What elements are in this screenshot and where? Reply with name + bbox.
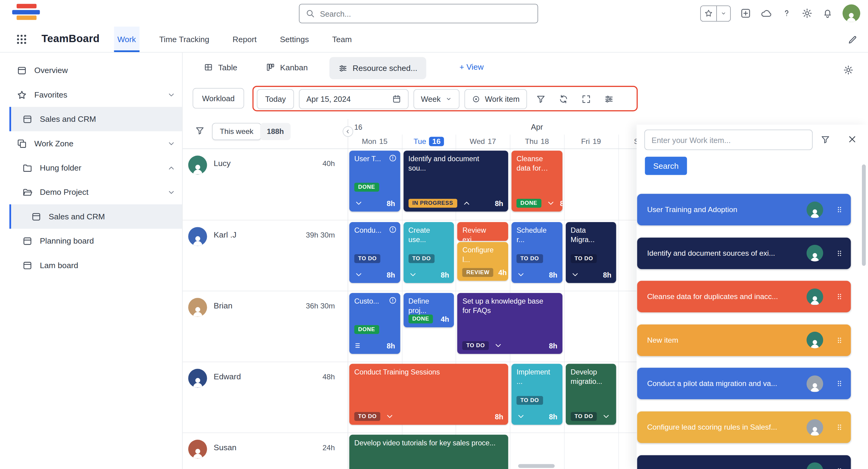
panel-work-item[interactable]: Cleanse data for duplicates and inacc... bbox=[637, 281, 851, 312]
day-name: Mon bbox=[362, 137, 376, 145]
tab-team[interactable]: Team bbox=[329, 27, 355, 52]
work-card[interactable]: Conduct Training SessionsTO DO8h bbox=[349, 364, 508, 425]
work-card[interactable]: Set up a knowledge base for FAQsTO DO8h bbox=[457, 293, 562, 354]
chevron-down-icon[interactable] bbox=[167, 91, 175, 99]
view-tab-kanban[interactable]: Kanban bbox=[266, 63, 308, 72]
avatar bbox=[188, 440, 207, 459]
tab-report[interactable]: Report bbox=[229, 27, 260, 52]
cloud-icon[interactable] bbox=[761, 8, 772, 19]
drag-handle-icon[interactable] bbox=[835, 205, 843, 213]
apps-add-icon[interactable] bbox=[740, 8, 751, 19]
topbar-actions bbox=[700, 4, 860, 22]
user-avatar[interactable] bbox=[842, 4, 860, 22]
tab-work[interactable]: Work bbox=[114, 27, 139, 52]
sidebar-item-overview[interactable]: Overview bbox=[9, 58, 182, 82]
favorite-control[interactable] bbox=[700, 5, 731, 21]
panel-work-item[interactable]: Configure lead scoring rules in Salesf..… bbox=[637, 411, 851, 443]
view-tab-resource-sched[interactable]: Resource sched... bbox=[330, 57, 427, 79]
resource-hours: 48h bbox=[285, 373, 335, 381]
drag-handle-icon[interactable] bbox=[835, 423, 843, 431]
drag-handle-icon[interactable] bbox=[835, 249, 843, 257]
panel-work-item[interactable] bbox=[637, 455, 851, 469]
work-card[interactable]: Review exi... bbox=[457, 222, 508, 241]
chevron-up-icon[interactable] bbox=[167, 164, 175, 172]
drag-handle-icon[interactable] bbox=[835, 467, 843, 469]
chevron-down-icon[interactable] bbox=[354, 270, 363, 279]
work-card[interactable]: Schedule r...TO DO8h bbox=[512, 222, 562, 283]
chevron-down-icon[interactable] bbox=[385, 412, 394, 421]
sidebar-item-hung-folder[interactable]: Hung folder bbox=[9, 156, 182, 180]
chevron-up-icon[interactable] bbox=[462, 199, 471, 208]
drag-handle-icon[interactable] bbox=[835, 380, 843, 388]
card-title: Data Migra... bbox=[570, 226, 612, 245]
global-search-input[interactable] bbox=[320, 9, 531, 18]
chevron-down-icon[interactable] bbox=[354, 199, 363, 208]
sidebar-item-sales-and-crm[interactable]: Sales and CRM bbox=[9, 107, 182, 131]
chevron-down-icon[interactable] bbox=[517, 270, 525, 279]
card-title: Identify and document sou... bbox=[408, 154, 503, 173]
this-week-button[interactable]: This week bbox=[212, 123, 261, 140]
sidebar-item-demo-project[interactable]: Demo Project bbox=[9, 180, 182, 204]
card-footer: 8h bbox=[354, 270, 395, 279]
card-hours: 8h bbox=[549, 412, 557, 420]
edit-pencil-icon[interactable] bbox=[847, 34, 858, 45]
view-tab-table[interactable]: Table bbox=[204, 63, 238, 72]
person-icon bbox=[808, 207, 822, 218]
work-card[interactable]: Develop video tutorials for key sales pr… bbox=[349, 435, 508, 469]
sidebar-item-work-zone[interactable]: Work Zone bbox=[9, 131, 182, 155]
star-icon[interactable] bbox=[704, 9, 713, 18]
work-card[interactable]: Cleanse data for duplicate...DONE8h bbox=[512, 151, 562, 211]
avatar bbox=[807, 375, 823, 392]
drag-handle-icon[interactable] bbox=[835, 292, 843, 300]
avatar bbox=[807, 201, 823, 218]
chevron-down-icon[interactable] bbox=[494, 341, 502, 350]
panel-work-item[interactable]: Conduct a pilot data migration and va... bbox=[637, 368, 851, 399]
work-card[interactable]: Implement ...TO DO8h bbox=[512, 364, 562, 425]
chevron-down-icon[interactable] bbox=[570, 270, 579, 279]
collapse-panel-button[interactable] bbox=[343, 126, 353, 137]
tab-settings[interactable]: Settings bbox=[277, 27, 312, 52]
sidebar-item-planning-board[interactable]: Planning board bbox=[9, 229, 182, 253]
work-card[interactable]: Custo...DONE8h bbox=[349, 293, 400, 354]
help-icon[interactable] bbox=[781, 8, 792, 19]
work-card[interactable]: User T...DONE8h bbox=[349, 151, 400, 211]
settings-gear-icon[interactable] bbox=[802, 8, 813, 19]
chevron-left-icon bbox=[345, 128, 351, 135]
panel-work-item[interactable]: New item bbox=[637, 324, 851, 356]
menu-icon[interactable] bbox=[354, 341, 363, 350]
work-card[interactable]: Define proj...DONE4h bbox=[403, 293, 454, 327]
work-card[interactable]: Identify and document sou...IN PROGRESS8… bbox=[403, 151, 508, 211]
sidebar-item-label: Work Zone bbox=[34, 139, 73, 148]
work-card[interactable]: Condu...TO DO8h bbox=[349, 222, 400, 283]
vertical-scrollbar-thumb[interactable] bbox=[862, 165, 866, 266]
notifications-bell-icon[interactable] bbox=[822, 8, 833, 19]
sidebar-item-label: Lam board bbox=[40, 261, 79, 270]
chevron-down-icon[interactable] bbox=[167, 139, 175, 148]
app-logo[interactable] bbox=[12, 4, 40, 20]
work-card[interactable]: Configure l...REVIEW4h bbox=[457, 242, 508, 281]
panel-work-item[interactable]: Identify and document sources of exi... bbox=[637, 237, 851, 269]
panel-work-item[interactable]: User Training and Adoption bbox=[637, 194, 851, 226]
day-number: 16 bbox=[429, 137, 444, 146]
horizontal-scrollbar-thumb[interactable] bbox=[518, 464, 555, 468]
card-title: Configure l... bbox=[462, 246, 503, 265]
drag-handle-icon[interactable] bbox=[835, 336, 843, 344]
work-card[interactable]: Create use...TO DO8h bbox=[403, 222, 454, 283]
chevron-down-icon[interactable] bbox=[546, 199, 555, 208]
work-card[interactable]: Data Migra...TO DO8h bbox=[566, 222, 617, 283]
chevron-down-icon[interactable] bbox=[517, 412, 525, 421]
sidebar-item-favorites[interactable]: Favorites bbox=[9, 82, 182, 107]
alert-icon bbox=[389, 296, 397, 304]
total-hours-badge: 188h bbox=[260, 123, 290, 140]
resource-filter-icon[interactable] bbox=[195, 126, 205, 136]
sidebar-item-lam-board[interactable]: Lam board bbox=[9, 253, 182, 277]
sidebar-item-sales-and-crm[interactable]: Sales and CRM bbox=[9, 204, 182, 229]
chevron-down-icon[interactable] bbox=[167, 188, 175, 196]
chevron-down-icon[interactable] bbox=[408, 270, 417, 279]
chevron-down-icon[interactable] bbox=[720, 10, 727, 17]
chevron-down-icon[interactable] bbox=[602, 412, 611, 421]
work-card[interactable]: Develop migratio...TO DO bbox=[566, 364, 617, 425]
app-switcher-icon[interactable] bbox=[16, 33, 28, 46]
view-tab-label: Kanban bbox=[280, 63, 308, 71]
tab-time-tracking[interactable]: Time Tracking bbox=[156, 27, 213, 52]
